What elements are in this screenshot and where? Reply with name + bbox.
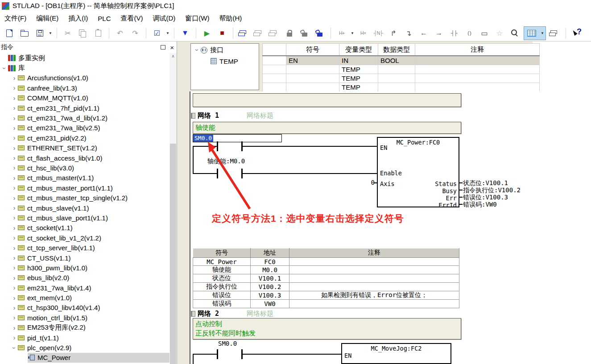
chevron-right-icon[interactable]: ›	[11, 145, 18, 152]
cut-icon[interactable]: ✂	[62, 27, 74, 39]
contact-bar[interactable]	[217, 349, 218, 359]
menu-debug[interactable]: 调试(D)	[153, 14, 176, 23]
tree-item-body[interactable]: ct_mbus_master_port1(v1.1)	[18, 183, 169, 193]
table-view-icon[interactable]	[526, 27, 537, 39]
chevron-right-icon[interactable]: ›	[11, 204, 18, 211]
chevron-down-icon[interactable]: ›	[194, 46, 201, 54]
tree-item-库[interactable]: ›库	[0, 63, 169, 73]
menu-plc[interactable]: PLC	[98, 15, 111, 22]
menu-file[interactable]: 文件(F)	[4, 14, 26, 23]
tree-item-body[interactable]: ct_socket(v1.1)	[18, 223, 169, 233]
var-cell-r1-c0[interactable]	[286, 65, 339, 74]
var-cell-r0-c2[interactable]: BOOL	[378, 56, 415, 65]
undo-icon[interactable]: ↶	[114, 27, 126, 39]
tree-item-body[interactable]: 多重实例	[8, 53, 169, 63]
stop-icon[interactable]: ■	[216, 27, 228, 39]
run-icon[interactable]: ▶	[201, 27, 213, 39]
tree-item-canfree-lib-v1-3[interactable]: ›canfree_lib(v1.3)	[0, 83, 169, 93]
selected-operand[interactable]: SM0.0	[193, 135, 213, 142]
chevron-right-icon[interactable]: ›	[11, 254, 18, 261]
scroll-up-icon[interactable]: ˄	[169, 54, 177, 59]
tree-item-body[interactable]: ct_tcp_server_lib(v1.1)	[18, 243, 169, 252]
chevron-right-icon[interactable]: ›	[11, 134, 18, 141]
address-dropdown[interactable]: ▼	[350, 27, 355, 39]
menu-insert[interactable]: 插入(I)	[68, 14, 88, 23]
tree-item-body[interactable]: motion_ctrl_lib(v1.5)	[18, 313, 169, 323]
var-cell-r2-c3[interactable]	[415, 74, 540, 83]
var-cell-r0-c0[interactable]: EN	[286, 56, 339, 65]
redo-icon[interactable]: ↷	[129, 27, 141, 39]
tree-item-ct-socket-v1-1[interactable]: ›ct_socket(v1.1)	[0, 223, 169, 233]
not-contact-icon[interactable]: ┤N├	[372, 27, 384, 39]
tree-item-body[interactable]: ct_mbus_slave_port1(v1.1)	[18, 213, 169, 223]
var-cell-r1-c2[interactable]	[378, 65, 415, 74]
tree-item-body[interactable]: ct_mbus_slave(v1.1)	[18, 203, 169, 213]
save-dropdown[interactable]: ▼	[48, 27, 53, 39]
lock-open-icon[interactable]	[299, 27, 310, 39]
chevron-right-icon[interactable]: ›	[11, 164, 18, 171]
tree-item-ct-mbus-slave-v1-1[interactable]: ›ct_mbus_slave(v1.1)	[0, 203, 169, 213]
network2-contact-operand[interactable]: SM0.0	[218, 340, 237, 347]
compile-icon[interactable]: ☑	[151, 27, 163, 39]
menu-window[interactable]: 窗口(W)	[185, 14, 209, 23]
compile-dropdown[interactable]: ▼	[165, 27, 170, 39]
chevron-right-icon[interactable]: ›	[11, 304, 18, 311]
contact1-bar[interactable]	[217, 141, 218, 151]
tree-item-ct-em231-7wa-lib-v2-5[interactable]: ›ct_em231_7wa_lib(v2.5)	[0, 123, 169, 133]
tree-item-ebus-lib-v2-0[interactable]: ›ebus_lib(v2.0)	[0, 273, 169, 283]
tree-item-ct-socket-lib-v1-2-v1-2[interactable]: ›ct_socket_lib_v1_2(v1.2)	[0, 233, 169, 243]
var-cell-r3-c1[interactable]: TEMP	[339, 83, 378, 92]
chevron-right-icon[interactable]: ›	[11, 274, 18, 281]
tree-item-motion-ctrl-lib-v1-5[interactable]: ›motion_ctrl_lib(v1.5)	[0, 313, 169, 323]
tree-item-ct-mbus-slave-port1-v1-1[interactable]: ›ct_mbus_slave_port1(v1.1)	[0, 213, 169, 223]
interface-temp-label[interactable]: TEMP	[219, 58, 238, 65]
chevron-right-icon[interactable]: ›	[11, 174, 18, 182]
tree-item-body[interactable]: ct_hsp300_libv140(v1.4)	[18, 303, 169, 313]
tree-item-body[interactable]: plc_open(v2.9)	[18, 343, 169, 352]
close-panel-icon[interactable]: ×	[170, 44, 174, 51]
tree-item-ct-mbus-master-v1-1[interactable]: ›ct_mbus_master(v1.1)	[0, 173, 169, 183]
lock-closed-icon[interactable]	[284, 27, 295, 39]
tree-item-body[interactable]: ct_flash_access_lib(v1.0)	[18, 153, 169, 163]
save-icon[interactable]	[34, 27, 45, 39]
tree-item-body[interactable]: ct_hsc_lib(v3.0)	[18, 163, 169, 173]
var-cell-r0-c1[interactable]: IN	[339, 56, 378, 65]
zoom-icon[interactable]	[509, 27, 521, 39]
tree-item-ext-mem-v1-0[interactable]: ›ext_mem(v1.0)	[0, 293, 169, 302]
chevron-down-icon[interactable]: ›	[1, 65, 8, 72]
network2-comment-box[interactable]: 点动控制 正反转不能同时触发	[193, 318, 461, 339]
operand-edit-box[interactable]: SM0.0	[193, 134, 282, 142]
var-rowsel-cell[interactable]	[263, 56, 286, 65]
network1-title-placeholder[interactable]: 网络标题	[247, 112, 273, 120]
chevron-right-icon[interactable]: ›	[11, 224, 18, 232]
line-left-icon[interactable]: ←	[418, 27, 430, 39]
chevron-right-icon[interactable]: ›	[11, 154, 18, 161]
var-cell-r1-c1[interactable]: TEMP	[339, 65, 378, 74]
open-folder-icon[interactable]	[19, 27, 30, 39]
chevron-right-icon[interactable]: ›	[11, 334, 18, 341]
lock-password-icon[interactable]	[314, 27, 326, 39]
tree-item-body[interactable]: canfree_lib(v1.3)	[18, 83, 169, 93]
pou-window-alt2-icon[interactable]	[269, 27, 280, 39]
cascade-windows-icon[interactable]	[549, 27, 561, 39]
tree-item-arcusfunctions-v1-0[interactable]: ›Arcusfunctions(v1.0)	[0, 73, 169, 83]
tree-item-ct-hsc-lib-v3-0[interactable]: ›ct_hsc_lib(v3.0)	[0, 163, 169, 173]
rung-down-icon[interactable]: ↴	[403, 27, 414, 39]
scrollbar-thumb[interactable]	[170, 144, 176, 364]
chevron-down-icon[interactable]: ›	[11, 344, 18, 352]
tree-item-plc-open-v2-9[interactable]: ›plc_open(v2.9)	[0, 343, 169, 352]
rung-up-icon[interactable]: ↱	[388, 27, 399, 39]
tree-item-comm-mqtt-v1-0[interactable]: ›COMM_MQTT(v1.0)	[0, 93, 169, 103]
tree-item-ct-em231-7hf-pid-v1-1[interactable]: ›ct_em231_7hf_pid(v1.1)	[0, 103, 169, 113]
chevron-right-icon[interactable]: ›	[11, 74, 18, 82]
tree-item-h300-pwm-lib-v1-0[interactable]: ›h300_pwm_lib(v1.0)	[0, 263, 169, 273]
tree-item-body[interactable]: ct_socket_lib_v1_2(v1.2)	[18, 233, 169, 243]
download-icon[interactable]: ▼	[179, 27, 191, 39]
pou-window-icon[interactable]	[238, 27, 250, 39]
favorites-icon[interactable]: ☆	[494, 27, 505, 39]
contact-icon[interactable]: ┤├	[448, 27, 460, 39]
help-cursor-icon[interactable]	[571, 27, 583, 39]
var-cell-r3-c0[interactable]	[286, 83, 339, 92]
tree-item-body[interactable]: ct_em231_pid(v2.2)	[18, 133, 169, 143]
chevron-right-icon[interactable]: ›	[11, 324, 18, 331]
